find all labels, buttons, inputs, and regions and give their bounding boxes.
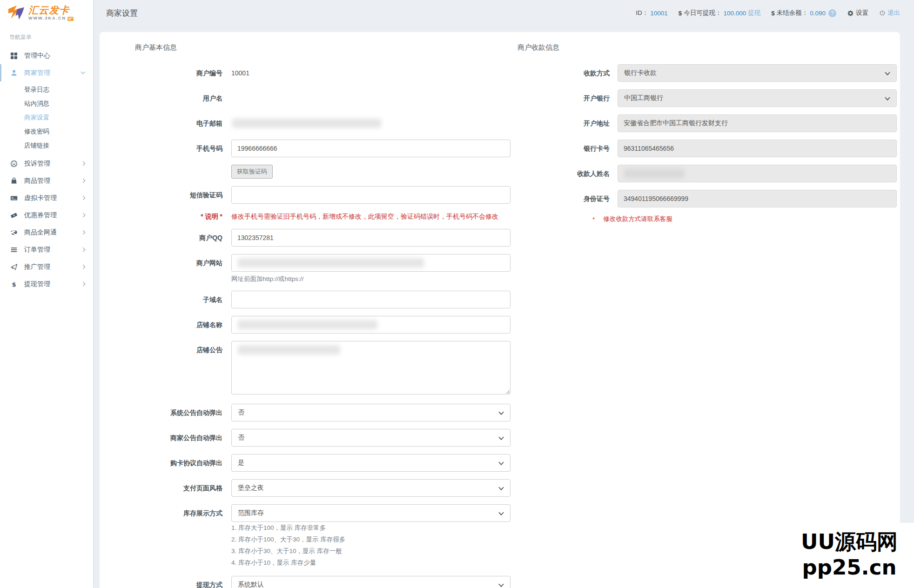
merchant-id-value: 10001 xyxy=(231,64,371,82)
bank-address-input[interactable] xyxy=(618,114,897,132)
power-icon xyxy=(879,10,886,16)
chevron-down-icon xyxy=(498,509,504,517)
list-icon xyxy=(10,246,18,254)
system-announce-popup-select[interactable]: 否 xyxy=(231,404,511,421)
withdraw-mode-select[interactable]: 系统默认 xyxy=(231,576,511,588)
payment-page-style-select[interactable]: 堡垒之夜 xyxy=(231,479,511,497)
payee-name-row: 收款人姓名 xyxy=(512,165,900,182)
purchase-agreement-popup-select[interactable]: 是 xyxy=(231,454,511,472)
stock-display-mode-select[interactable]: 范围库存 xyxy=(231,504,511,522)
purchase-agreement-popup-field: 是 xyxy=(231,454,511,472)
shop-name-input[interactable] xyxy=(231,316,511,334)
sidebar-item-dashboard[interactable]: 管理中心 xyxy=(0,47,93,64)
shop-announcement-field xyxy=(231,341,511,396)
sidebar-subitem-label: 店铺链接 xyxy=(24,141,49,150)
sidebar-item-products[interactable]: 商品管理 xyxy=(0,172,93,189)
bank-name-field: 中国工商银行 xyxy=(618,89,897,107)
bank-address-label: 开户地址 xyxy=(512,114,618,132)
merchant-announce-popup-label: 商家公告自动弹出 xyxy=(100,429,231,447)
content-card: 商户基本信息 商户编号10001用户名电子邮箱手机号码获取验证码短信验证码* 说… xyxy=(100,32,900,588)
payment-page-style-selected-value: 堡垒之夜 xyxy=(238,484,498,492)
withdraw-link[interactable]: 提现 xyxy=(748,9,760,17)
sidebar-item-label: 管理中心 xyxy=(24,52,93,60)
sidebar-item-orders[interactable]: 订单管理 xyxy=(0,241,93,258)
stock-display-mode-field: 范围库存1. 库存大于100，显示 库存非常多2. 库存小于100、大于30，显… xyxy=(231,504,511,568)
withdrawable-label: 今日可提现： xyxy=(684,9,721,17)
merchant-announce-popup-selected-value: 否 xyxy=(238,434,498,442)
chevron-down-icon xyxy=(885,94,890,102)
sms-code-input[interactable] xyxy=(231,186,511,204)
phone-input[interactable] xyxy=(231,140,511,157)
sidebar-subitem-label: 修改密码 xyxy=(24,127,49,136)
bank-address-field xyxy=(618,114,897,132)
logout-button[interactable]: 退出 xyxy=(879,9,900,17)
watermark-line2: pp25.cn xyxy=(785,555,914,581)
sidebar-item-merchant[interactable]: 商家管理 xyxy=(0,64,93,81)
chevron-down-icon xyxy=(498,484,504,492)
merchant-id-field: 10001 xyxy=(231,64,371,82)
phone-note-text: 修改手机号需验证旧手机号码，新增或不修改，此项留空，验证码错误时，手机号码不会修… xyxy=(231,211,498,221)
payee-name-input[interactable] xyxy=(618,165,897,182)
sidebar-item-label: 订单管理 xyxy=(24,246,82,254)
sidebar-subitem-site-messages[interactable]: 站内消息 xyxy=(0,97,93,111)
chevron-right-icon xyxy=(82,195,86,200)
payment-page-style-field: 堡垒之夜 xyxy=(231,479,511,497)
sidebar-item-coupons[interactable]: 优惠券管理 xyxy=(0,207,93,224)
merchant-announce-popup-select[interactable]: 否 xyxy=(231,429,511,447)
sidebar-menu: 管理中心商家管理登录日志站内消息商家设置修改密码店铺链接投诉管理商品管理虚拟卡管… xyxy=(0,47,93,293)
username-label: 用户名 xyxy=(100,89,231,107)
id-card-number-input[interactable] xyxy=(618,190,897,207)
website-input[interactable] xyxy=(231,254,511,272)
sidebar-subitem-label: 登录日志 xyxy=(24,86,49,94)
unsettled-balance: $ 未结余额： 0.090 ? xyxy=(771,9,836,17)
svg-text:$: $ xyxy=(12,281,16,287)
basic-info-title: 商户基本信息 xyxy=(135,43,512,52)
card-icon xyxy=(10,194,18,202)
help-icon[interactable]: ? xyxy=(828,9,836,17)
chevron-down-icon xyxy=(498,434,504,441)
plane-icon xyxy=(10,263,18,271)
sidebar-item-virtual-cards[interactable]: 虚拟卡管理 xyxy=(0,189,93,207)
get-code-row: 获取验证码 xyxy=(100,165,512,179)
page-title: 商家设置 xyxy=(106,8,138,19)
sidebar-subitem-login-logs[interactable]: 登录日志 xyxy=(0,83,93,97)
brand-domain-text: WWW.3KA.CN xyxy=(28,16,66,20)
chevron-down-icon xyxy=(885,69,890,77)
get-code-button[interactable]: 获取验证码 xyxy=(231,165,273,179)
brand[interactable]: 汇云发卡 WWW.3KA.CN xyxy=(0,0,93,26)
payment-method-select[interactable]: 银行卡收款 xyxy=(618,64,897,82)
sidebar-subitem-merchant-settings[interactable]: 商家设置 xyxy=(0,111,93,125)
settings-button[interactable]: 设置 xyxy=(847,9,868,17)
sidebar-item-label: 投诉管理 xyxy=(24,160,82,168)
email-value xyxy=(231,114,371,132)
bank-card-number-input[interactable] xyxy=(618,140,897,157)
sidebar-subitem-label: 商家设置 xyxy=(24,114,49,122)
sidebar-item-complaints[interactable]: 投诉管理 xyxy=(0,155,93,172)
sms-code-label: 短信验证码 xyxy=(100,186,231,204)
website-field: 网址前面加http://或https:// xyxy=(231,254,511,283)
bank-address-row: 开户地址 xyxy=(512,114,900,132)
purchase-agreement-popup-label: 购卡协议自动弹出 xyxy=(100,454,231,472)
shop-announcement-textarea[interactable] xyxy=(231,341,511,394)
chevron-down-icon xyxy=(81,71,86,74)
qq-input[interactable] xyxy=(231,229,511,247)
payment-page-style-row: 支付页面风格堡垒之夜 xyxy=(100,479,512,497)
subdomain-input[interactable] xyxy=(231,291,511,308)
qq-field xyxy=(231,229,511,247)
sidebar-item-promotion[interactable]: 推广管理 xyxy=(0,258,93,275)
sidebar-subitem-change-password[interactable]: 修改密码 xyxy=(0,125,93,139)
payment-info-section: 商户收款信息 收款方式银行卡收款开户银行中国工商银行开户地址银行卡号收款人姓名身… xyxy=(512,43,900,588)
withdrawable-value: 100.000 xyxy=(723,10,746,17)
bank-card-number-field xyxy=(618,140,897,157)
phone-label: 手机号码 xyxy=(100,140,231,157)
system-announce-popup-selected-value: 否 xyxy=(238,408,498,417)
mini-card-icon xyxy=(67,17,74,21)
chevron-right-icon xyxy=(82,247,86,252)
sidebar-item-withdrawal[interactable]: $提现管理 xyxy=(0,275,93,293)
chevron-down-icon xyxy=(498,581,504,588)
sidebar-item-product-network[interactable]: 商品全网通 xyxy=(0,224,93,241)
bank-name-select[interactable]: 中国工商银行 xyxy=(618,89,897,107)
sidebar-subitem-shop-links[interactable]: 店铺链接 xyxy=(0,139,93,153)
purchase-agreement-popup-selected-value: 是 xyxy=(238,459,498,467)
qq-row: 商户QQ xyxy=(100,229,512,247)
